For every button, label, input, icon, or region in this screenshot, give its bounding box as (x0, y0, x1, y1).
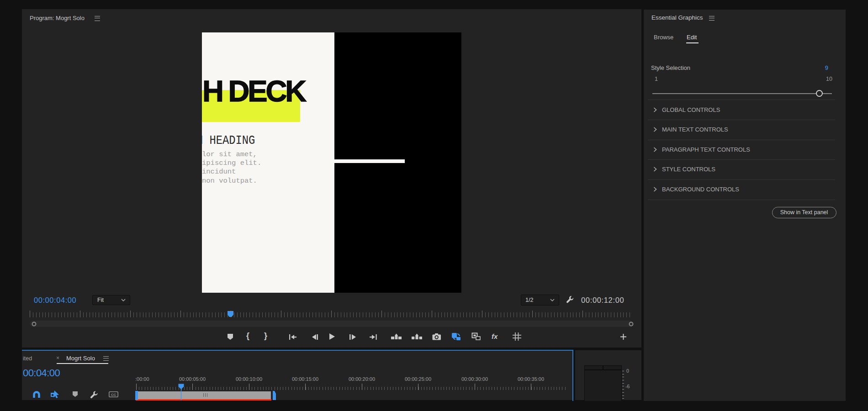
svg-text:CC: CC (111, 393, 116, 397)
